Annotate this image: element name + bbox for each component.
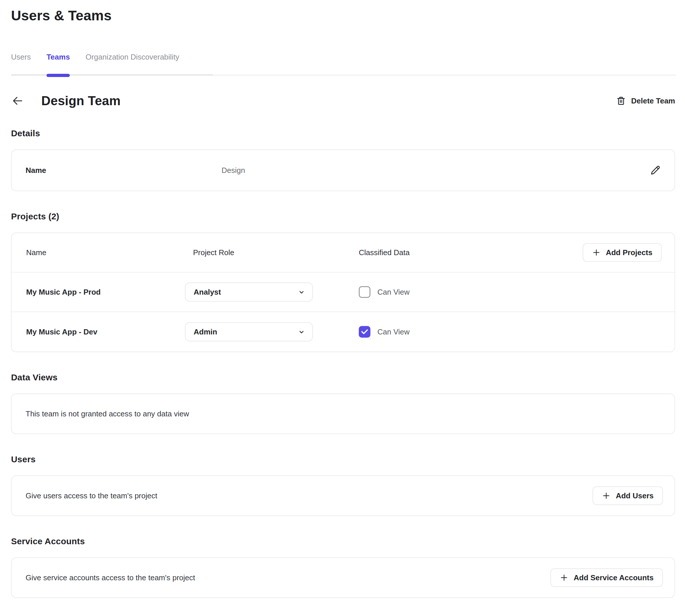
tab-users[interactable]: Users	[11, 52, 31, 75]
column-header-classified: Classified Data	[359, 248, 583, 257]
projects-card: Name Project Role Classified Data Add Pr…	[11, 233, 675, 352]
project-name: My Music App - Dev	[26, 328, 185, 336]
add-projects-label: Add Projects	[606, 248, 652, 257]
classified-data-cell: Can View	[359, 326, 662, 338]
arrow-left-icon	[11, 94, 24, 107]
users-description: Give users access to the team's project	[26, 491, 157, 500]
users-card: Give users access to the team's project …	[11, 475, 675, 516]
tab-teams[interactable]: Teams	[46, 52, 70, 75]
service-accounts-heading: Service Accounts	[11, 536, 675, 546]
can-view-checkbox[interactable]	[359, 326, 370, 338]
chevron-down-icon	[297, 288, 306, 296]
project-role-select[interactable]: Admin	[185, 322, 313, 342]
projects-heading: Projects (2)	[11, 212, 675, 221]
service-accounts-card: Give service accounts access to the team…	[11, 557, 675, 598]
column-header-name: Name	[26, 248, 185, 257]
add-projects-button[interactable]: Add Projects	[583, 243, 662, 262]
can-view-checkbox[interactable]	[359, 286, 370, 298]
plus-icon	[602, 491, 611, 500]
tab-bar: Users Teams Organization Discoverability	[11, 52, 675, 75]
project-role-value: Admin	[194, 328, 217, 336]
trash-icon	[616, 95, 626, 106]
project-row: My Music App - Prod Analyst	[12, 272, 675, 312]
tab-organization-discoverability[interactable]: Organization Discoverability	[85, 52, 179, 75]
delete-team-label: Delete Team	[631, 96, 675, 106]
add-users-button[interactable]: Add Users	[593, 486, 663, 505]
details-card: Name Design	[11, 149, 675, 191]
classified-data-cell: Can View	[359, 286, 662, 298]
add-service-accounts-button[interactable]: Add Service Accounts	[550, 568, 663, 587]
projects-header-row: Name Project Role Classified Data Add Pr…	[12, 233, 675, 272]
add-service-accounts-label: Add Service Accounts	[574, 573, 654, 582]
plus-icon	[592, 248, 601, 257]
check-icon	[361, 328, 369, 336]
project-role-select[interactable]: Analyst	[185, 282, 313, 302]
data-views-card: This team is not granted access to any d…	[11, 393, 675, 434]
can-view-label: Can View	[378, 328, 410, 336]
service-accounts-description: Give service accounts access to the team…	[26, 573, 195, 582]
delete-team-button[interactable]: Delete Team	[616, 95, 675, 106]
project-role-value: Analyst	[194, 288, 221, 297]
edit-name-button[interactable]	[649, 164, 661, 176]
data-views-heading: Data Views	[11, 373, 675, 382]
page: Users & Teams Users Teams Organization D…	[0, 7, 685, 598]
chevron-down-icon	[297, 328, 306, 336]
project-name: My Music App - Prod	[26, 288, 185, 297]
name-value: Design	[221, 166, 649, 175]
users-heading: Users	[11, 455, 675, 464]
team-header: Design Team Delete Team	[11, 93, 675, 108]
team-title: Design Team	[41, 93, 121, 108]
project-row: My Music App - Dev Admin	[12, 312, 675, 352]
data-views-empty-text: This team is not granted access to any d…	[26, 410, 189, 418]
can-view-label: Can View	[378, 288, 410, 297]
page-title: Users & Teams	[11, 7, 675, 24]
name-label: Name	[26, 166, 221, 175]
plus-icon	[560, 573, 569, 582]
details-heading: Details	[11, 128, 675, 138]
pencil-icon	[649, 164, 661, 176]
column-header-role: Project Role	[185, 248, 359, 257]
add-users-label: Add Users	[616, 491, 654, 500]
back-button[interactable]	[11, 94, 24, 108]
